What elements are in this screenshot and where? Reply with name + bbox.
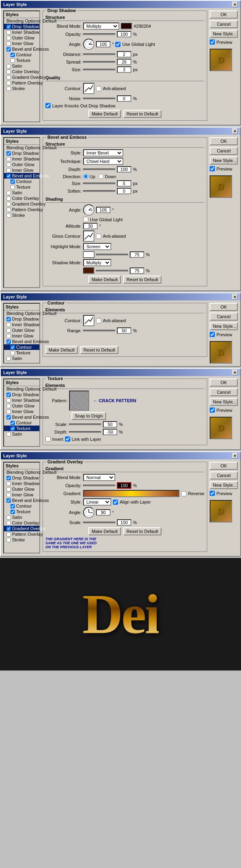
direction-up-radio[interactable] [83,174,88,179]
sidebar-item-blending-4[interactable]: Blending Options: Default [4,386,39,392]
size-slider-2[interactable] [83,183,115,184]
new-style-btn-5[interactable]: New Style... [210,481,238,489]
preview-checkbox-2[interactable] [210,166,215,171]
inner-shadow-checkbox-1[interactable] [6,30,11,35]
texture-checkbox-5[interactable] [10,510,15,514]
sidebar-item-color-overlay-5[interactable]: Color Overlay [4,520,39,526]
align-layer-checkbox-5[interactable] [113,500,118,505]
size-input-1[interactable] [117,66,131,73]
opacity-input-5[interactable] [117,482,131,489]
pattern-overlay-checkbox-1[interactable] [6,81,11,85]
spread-slider-1[interactable] [83,61,115,63]
stroke-checkbox-2[interactable] [6,213,11,218]
new-style-btn-4[interactable]: New Style... [210,398,238,406]
link-layer-checkbox-4[interactable] [65,436,70,442]
inner-glow-checkbox-5[interactable] [6,493,11,497]
layer-knocks-checkbox-1[interactable] [45,103,51,108]
sidebar-item-contour-4[interactable]: Contour [4,420,39,426]
sidebar-item-inner-glow-5[interactable]: Inner Glow [4,492,39,498]
inner-glow-checkbox-2[interactable] [6,168,11,173]
sidebar-item-texture-4[interactable]: Texture [4,426,39,431]
size-slider-1[interactable] [83,69,115,70]
bevel-checkbox-5[interactable] [6,498,11,503]
range-slider-3[interactable] [83,330,115,331]
angle-dial-5[interactable] [83,507,94,518]
sidebar-item-bevel-2[interactable]: Bevel and Emboss [4,173,39,179]
style-select-5[interactable]: Linear [83,498,111,506]
sidebar-item-inner-glow-2[interactable]: Inner Glow [4,167,39,173]
altitude-input-2[interactable] [83,223,98,229]
texture-checkbox-2[interactable] [10,185,15,189]
snap-origin-btn-4[interactable]: Snap to Origin [71,412,106,420]
sidebar-item-bevel-1[interactable]: Bevel and Emboss [4,46,39,52]
satin-checkbox-4[interactable] [6,432,11,436]
close-button-2[interactable]: ● [232,128,238,134]
color-overlay-checkbox-5[interactable] [6,521,11,525]
sidebar-item-drop-shadow-1[interactable]: Drop Shadow [4,24,39,29]
sidebar-item-outer-glow-3[interactable]: Outer Glow [4,327,39,333]
inner-shadow-checkbox-3[interactable] [6,323,11,327]
texture-checkbox-1[interactable] [10,58,15,63]
reset-default-btn-1[interactable]: Reset to Default [123,110,161,118]
opacity-input-1[interactable] [117,31,131,37]
angle-input-2[interactable] [96,207,110,213]
sidebar-item-bevel-5[interactable]: Bevel and Emboss [4,498,39,503]
inner-shadow-checkbox-4[interactable] [6,398,11,403]
satin-checkbox-1[interactable] [6,64,11,68]
shadow-mode-select-2[interactable]: Multiply [83,259,111,266]
inner-glow-checkbox-1[interactable] [6,41,11,46]
satin-checkbox-5[interactable] [6,515,11,520]
sidebar-item-pattern-overlay-5[interactable]: Pattern Overlay [4,531,39,537]
make-default-btn-1[interactable]: Make Default [88,110,121,118]
pattern-overlay-checkbox-2[interactable] [6,208,11,212]
outer-glow-checkbox-1[interactable] [6,36,11,40]
sidebar-item-inner-shadow-4[interactable]: Inner Shadow [4,397,39,403]
sidebar-item-texture-2[interactable]: Texture [4,184,39,190]
global-light-checkbox-1[interactable] [115,42,120,47]
color-overlay-checkbox-2[interactable] [6,196,11,201]
cancel-btn-4[interactable]: Cancel [210,388,238,396]
sidebar-item-gradient-overlay-2[interactable]: Gradient Overlay [4,201,39,207]
stroke-checkbox-5[interactable] [6,538,11,542]
highlight-opacity-slider-2[interactable] [96,254,128,255]
preview-checkbox-5[interactable] [210,491,215,496]
depth-input-2[interactable] [117,166,131,173]
blend-mode-select-1[interactable]: Multiply [83,23,119,30]
sidebar-item-blending-2[interactable]: Blending Options: Default [4,145,39,150]
sidebar-item-pattern-overlay-1[interactable]: Pattern Overlay [4,80,39,86]
depth-slider-2[interactable] [83,169,115,170]
angle-dial-2[interactable] [83,204,94,216]
sidebar-item-blending-3[interactable]: Blending Options: Default [4,311,39,316]
make-default-btn-2[interactable]: Make Default [88,276,121,284]
make-default-btn-3[interactable]: Make Default [45,346,78,354]
texture-checkbox-3[interactable] [10,351,15,355]
gloss-contour-thumb-2[interactable] [83,230,94,242]
highlight-opacity-input-2[interactable] [130,251,144,258]
direction-up[interactable]: Up [83,174,95,179]
sidebar-item-inner-shadow-1[interactable]: Inner Shadow [4,29,39,35]
ok-btn-5[interactable]: OK [210,462,238,470]
shadow-opacity-input-2[interactable] [130,267,144,274]
reset-default-btn-3[interactable]: Reset to Default [80,346,118,354]
range-input-3[interactable] [117,327,131,334]
inner-shadow-checkbox-2[interactable] [6,157,11,161]
highlight-mode-select-2[interactable]: Screen [83,243,111,250]
depth-slider-4[interactable] [69,431,101,433]
ok-btn-1[interactable]: OK [210,10,238,19]
make-default-btn-5[interactable]: Make Default [88,527,121,535]
technique-select-2[interactable]: Chisel Hard [83,158,123,165]
new-style-btn-2[interactable]: New Style... [210,156,238,165]
sidebar-item-bevel-4[interactable]: Bevel and Emboss [4,414,39,420]
sidebar-item-drop-shadow-2[interactable]: Drop Shadow [4,150,39,156]
sidebar-item-color-overlay-2[interactable]: Color Overlay [4,195,39,201]
sidebar-item-texture-3[interactable]: Texture [4,350,39,356]
pattern-thumb-4[interactable] [69,391,89,411]
scale-slider-4[interactable] [69,424,101,425]
sidebar-item-inner-shadow-2[interactable]: Inner Shadow [4,156,39,162]
direction-down-radio[interactable] [98,174,104,179]
outer-glow-checkbox-3[interactable] [6,328,11,333]
gloss-anti-aliased-checkbox-2[interactable] [96,234,101,239]
sidebar-item-texture-1[interactable]: Texture [4,58,39,63]
scale-input-4[interactable] [103,421,117,428]
sidebar-item-satin-1[interactable]: Satin [4,63,39,69]
